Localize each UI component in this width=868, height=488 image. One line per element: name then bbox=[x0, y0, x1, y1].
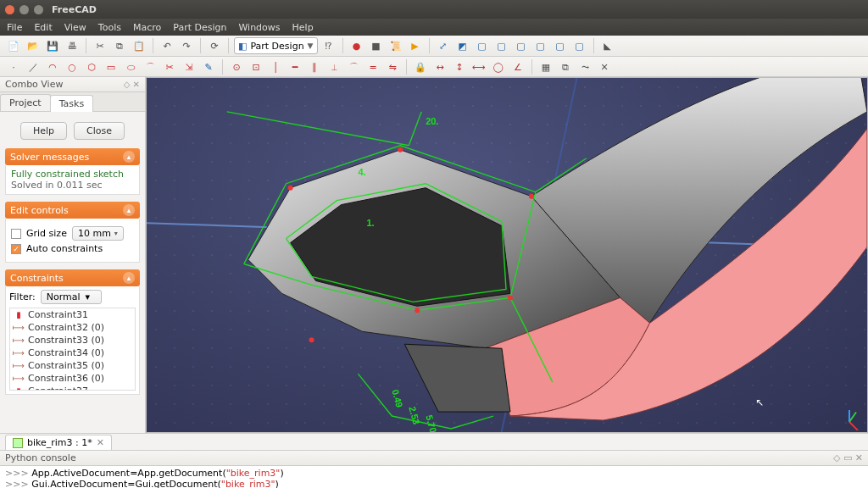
c-symm-icon[interactable]: ⇋ bbox=[384, 58, 401, 75]
svg-line-0 bbox=[227, 112, 409, 146]
connect-icon[interactable]: ⤳ bbox=[576, 58, 593, 75]
sk-rect-icon[interactable]: ▭ bbox=[103, 58, 120, 75]
constraints-section-header[interactable]: Constraints ▴ bbox=[5, 269, 140, 286]
c-perp-icon[interactable]: ⟂ bbox=[326, 58, 342, 75]
c-pointon-icon[interactable]: ⊡ bbox=[248, 58, 264, 75]
list-item[interactable]: ⟼Constraint34 (0) bbox=[10, 347, 135, 359]
collapse-icon[interactable]: ▴ bbox=[123, 272, 135, 284]
constraints-list[interactable]: ▮Constraint31 ⟼Constraint32 (0) ⟼Constra… bbox=[9, 308, 136, 391]
panel-controls[interactable]: ◇ ▭ ✕ bbox=[833, 452, 863, 463]
view-bottom-icon[interactable]: ▢ bbox=[552, 37, 569, 54]
list-item[interactable]: ⟼Constraint35 (0) bbox=[10, 359, 135, 372]
close-shape-icon[interactable]: ⧉ bbox=[557, 58, 574, 75]
macro-record-icon[interactable]: ● bbox=[348, 37, 365, 54]
c-lock-icon[interactable]: 🔒 bbox=[412, 58, 429, 75]
tab-tasks[interactable]: Tasks bbox=[50, 95, 93, 112]
panel-gear-icon[interactable]: ◇ ✕ bbox=[124, 80, 140, 89]
grid-size-spinner[interactable]: 10 mm ▾ bbox=[72, 226, 124, 241]
save-file-icon[interactable]: 💾 bbox=[44, 37, 61, 54]
close-button[interactable]: Close bbox=[74, 122, 125, 140]
sk-constr-icon[interactable]: ✎ bbox=[200, 58, 217, 75]
c-tangent-icon[interactable]: ⌒ bbox=[345, 58, 362, 75]
map-sketch-icon[interactable]: ▦ bbox=[537, 58, 554, 75]
c-equal-icon[interactable]: = bbox=[364, 58, 381, 75]
refresh-icon[interactable]: ⟳ bbox=[206, 37, 223, 54]
list-item[interactable]: ⟼Constraint32 (0) bbox=[10, 321, 135, 334]
sk-trim-icon[interactable]: ✂ bbox=[161, 58, 178, 75]
constraint-dist-icon: ⟼ bbox=[14, 336, 24, 346]
menu-edit[interactable]: Edit bbox=[34, 22, 52, 33]
list-item[interactable]: ⟼Constraint36 (0) bbox=[10, 372, 135, 385]
print-icon[interactable]: 🖶 bbox=[64, 37, 81, 54]
view-rear-icon[interactable]: ▢ bbox=[532, 37, 549, 54]
grid-checkbox[interactable] bbox=[11, 229, 21, 239]
macro-stop-icon[interactable]: ■ bbox=[368, 37, 385, 54]
document-tab[interactable]: bike_rim3 : 1* ✕ bbox=[5, 435, 112, 450]
sk-circle-icon[interactable]: ○ bbox=[64, 58, 81, 75]
sk-poly-icon[interactable]: ⬡ bbox=[83, 58, 100, 75]
sk-point-icon[interactable]: · bbox=[5, 58, 22, 75]
sk-line-icon[interactable]: ／ bbox=[25, 58, 42, 75]
dim-label: 20. bbox=[426, 116, 438, 126]
menu-partdesign[interactable]: Part Design bbox=[173, 22, 226, 33]
list-item[interactable]: ▮Constraint37 bbox=[10, 385, 135, 391]
sk-fillet-icon[interactable]: ⌒ bbox=[142, 58, 159, 75]
open-file-icon[interactable]: 📂 bbox=[25, 37, 42, 54]
c-len-icon[interactable]: ⟷ bbox=[470, 58, 487, 75]
cut-icon[interactable]: ✂ bbox=[92, 37, 108, 54]
sk-ext-icon[interactable]: ⇲ bbox=[181, 58, 198, 75]
select-conf-icon[interactable]: ✕ bbox=[596, 58, 613, 75]
view-left-icon[interactable]: ▢ bbox=[571, 37, 588, 54]
auto-constraints-checkbox[interactable]: ✓ bbox=[11, 244, 21, 254]
c-angle-icon[interactable]: ∠ bbox=[509, 58, 526, 75]
menu-windows[interactable]: Windows bbox=[238, 22, 280, 33]
3d-viewport[interactable]: 4. 1. 20. 0.49 2.53 5.70 15.46 ↖ bbox=[146, 77, 868, 433]
menu-help[interactable]: Help bbox=[292, 22, 314, 33]
view-right-icon[interactable]: ▢ bbox=[513, 37, 530, 54]
workbench-selector[interactable]: ◧ Part Design ▼ bbox=[234, 37, 318, 54]
window-maximize-button[interactable] bbox=[34, 5, 43, 14]
whats-this-icon[interactable]: ⁉ bbox=[320, 37, 337, 54]
view-iso-icon[interactable]: ◩ bbox=[454, 37, 471, 54]
view-front-icon[interactable]: ▢ bbox=[474, 37, 491, 54]
list-item[interactable]: ▮Constraint31 bbox=[10, 308, 135, 321]
menu-macro[interactable]: Macro bbox=[133, 22, 161, 33]
tab-project[interactable]: Project bbox=[0, 94, 51, 111]
sk-slot-icon[interactable]: ⬭ bbox=[122, 58, 139, 75]
view-fit-icon[interactable]: ⤢ bbox=[435, 37, 452, 54]
c-rad-icon[interactable]: ◯ bbox=[490, 58, 507, 75]
menu-file[interactable]: File bbox=[7, 22, 22, 33]
redo-icon[interactable]: ↷ bbox=[178, 37, 195, 54]
c-vert-icon[interactable]: │ bbox=[267, 58, 284, 75]
collapse-icon[interactable]: ▴ bbox=[123, 204, 135, 216]
c-hdist-icon[interactable]: ↔ bbox=[431, 58, 448, 75]
new-file-icon[interactable]: 📄 bbox=[5, 37, 22, 54]
solver-section-header[interactable]: Solver messages ▴ bbox=[5, 148, 140, 165]
python-console[interactable]: >>> App.ActiveDocument=App.getDocument("… bbox=[0, 466, 868, 488]
constraint-label: Constraint37 bbox=[28, 385, 88, 391]
c-parallel-icon[interactable]: ∥ bbox=[306, 58, 323, 75]
python-console-title: Python console bbox=[5, 452, 76, 463]
c-coincident-icon[interactable]: ⊙ bbox=[228, 58, 245, 75]
macro-play-icon[interactable]: ▶ bbox=[407, 37, 424, 54]
help-button[interactable]: Help bbox=[20, 122, 67, 140]
macro-list-icon[interactable]: 📜 bbox=[387, 37, 404, 54]
window-minimize-button[interactable] bbox=[19, 5, 29, 14]
collapse-icon[interactable]: ▴ bbox=[123, 151, 135, 163]
c-vdist-icon[interactable]: ↕ bbox=[451, 58, 468, 75]
menu-tools[interactable]: Tools bbox=[98, 22, 121, 33]
paste-icon[interactable]: 📋 bbox=[131, 37, 147, 54]
copy-icon[interactable]: ⧉ bbox=[111, 37, 128, 54]
sk-arc-icon[interactable]: ◠ bbox=[44, 58, 61, 75]
undo-icon[interactable]: ↶ bbox=[159, 37, 175, 54]
filter-select[interactable]: Normal ▾ bbox=[41, 290, 102, 304]
list-item[interactable]: ⟼Constraint33 (0) bbox=[10, 334, 135, 347]
measure-icon[interactable]: ◣ bbox=[599, 37, 616, 54]
close-icon[interactable]: ✕ bbox=[97, 437, 104, 448]
view-top-icon[interactable]: ▢ bbox=[493, 37, 510, 54]
window-close-button[interactable] bbox=[5, 5, 14, 14]
navigation-triad[interactable] bbox=[838, 403, 860, 425]
edit-section-header[interactable]: Edit controls ▴ bbox=[5, 202, 140, 219]
c-horiz-icon[interactable]: ━ bbox=[287, 58, 303, 75]
menu-view[interactable]: View bbox=[64, 22, 86, 33]
